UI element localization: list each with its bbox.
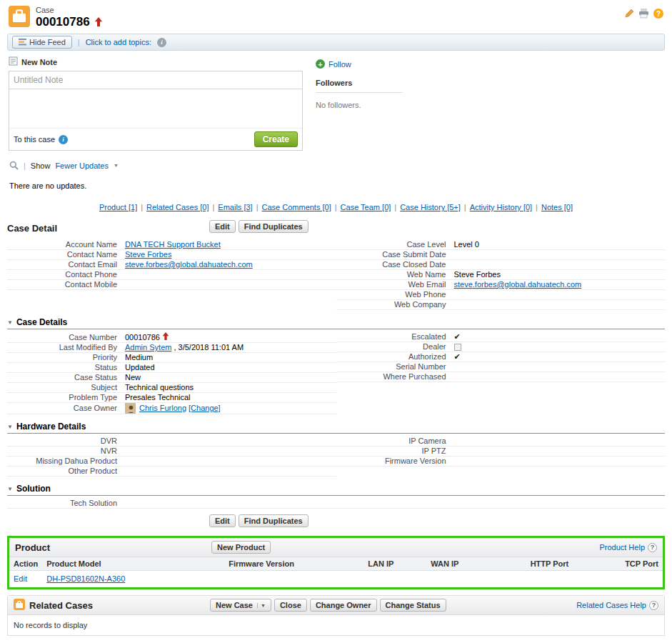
column-header: TCP Port <box>573 557 663 571</box>
related-list-link[interactable]: Activity History [0] <box>470 203 532 211</box>
case-details-fields: Case Number00010786Last Modified ByAdmin… <box>7 332 665 414</box>
product-model-link[interactable]: DH-PSD81602N-A360 <box>46 574 125 583</box>
field-label: Account Name <box>7 240 125 249</box>
help-icon[interactable]: ? <box>649 601 658 610</box>
field-label: Case Closed Date <box>336 260 454 269</box>
search-icon[interactable] <box>9 161 19 170</box>
fields-right-column: IP CameraIP PTZFirmware Version <box>336 437 666 477</box>
field-label: Firmware Version <box>336 457 454 466</box>
related-list-shortcuts: Product [1]|Related Cases [0]|Emails [3]… <box>7 203 665 211</box>
feed-filter-link[interactable]: Fewer Updates <box>55 161 109 170</box>
page-help-icon[interactable]: ? <box>653 9 663 19</box>
section-hardware-details[interactable]: ▼ Hardware Details <box>7 422 665 434</box>
field-row: Case LevelLevel 0 <box>336 240 666 250</box>
change-status-button[interactable]: Change Status <box>380 599 446 612</box>
field-row: Web Company <box>336 300 666 310</box>
field-row: Escalated✔ <box>336 332 666 342</box>
value-link[interactable]: Steve Forbes <box>125 250 171 259</box>
separator: | <box>256 203 259 211</box>
field-value <box>454 344 666 351</box>
find-duplicates-button[interactable]: Find Duplicates <box>239 220 309 233</box>
field-row: Other Product <box>7 467 336 477</box>
value-text: Updated <box>125 363 155 372</box>
follow-button[interactable]: + Follow <box>316 59 351 69</box>
value-link[interactable]: [Change] <box>189 404 221 413</box>
value-link[interactable]: steve.forbes@global.dahuatech.com <box>454 280 582 289</box>
field-label: Web Phone <box>336 290 454 299</box>
help-icon[interactable]: ? <box>648 543 657 552</box>
feed-icon <box>19 38 26 47</box>
value-link[interactable]: DNA TECH Support Bucket <box>125 240 221 249</box>
close-button[interactable]: Close <box>274 599 307 612</box>
row-edit-link[interactable]: Edit <box>14 574 27 583</box>
create-note-button[interactable]: Create <box>254 131 298 147</box>
value-link[interactable]: Chris Furlong <box>139 404 186 413</box>
fields-full-column: Tech Solution <box>7 499 665 509</box>
section-case-details[interactable]: ▼ Case Details <box>7 317 665 329</box>
product-title: Product <box>15 542 50 553</box>
related-list-link[interactable]: Notes [0] <box>541 203 573 211</box>
field-row: SubjectTechnical questions <box>7 383 336 393</box>
related-list-link[interactable]: Case Comments [0] <box>262 203 331 211</box>
new-product-button[interactable]: New Product <box>211 541 271 554</box>
field-value: New <box>125 373 336 382</box>
related-list-link[interactable]: Emails [3] <box>218 203 252 211</box>
change-owner-button[interactable]: Change Owner <box>310 599 377 612</box>
field-row: StatusUpdated <box>7 363 336 373</box>
field-label: Contact Name <box>7 250 125 259</box>
printable-view-icon[interactable] <box>638 9 649 19</box>
value-text: Steve Forbes <box>454 270 501 279</box>
new-case-button[interactable]: New Case▼ <box>210 599 271 612</box>
note-body-input[interactable] <box>9 89 302 128</box>
field-row: Case Closed Date <box>336 260 666 270</box>
separator: | <box>213 203 215 211</box>
related-list-link[interactable]: Related Cases [0] <box>146 203 209 211</box>
field-row: Authorized✔ <box>336 352 666 362</box>
solution-fields: Tech Solution <box>7 499 665 509</box>
related-cases-buttons: New Case▼CloseChange OwnerChange Status <box>210 599 446 612</box>
related-list-link[interactable]: Case History [5+] <box>400 203 461 211</box>
field-row: Dealer <box>336 342 666 352</box>
product-help-link[interactable]: Product Help <box>599 543 645 552</box>
field-label: Subject <box>7 383 125 392</box>
separator: | <box>335 203 337 211</box>
note-title-input[interactable] <box>9 71 302 89</box>
field-label: Contact Phone <box>7 270 125 279</box>
field-label: IP PTZ <box>336 447 454 456</box>
related-cases-icon <box>14 599 25 612</box>
separator: | <box>24 161 26 170</box>
add-topics-link[interactable]: Click to add topics: <box>86 38 151 46</box>
column-header: WAN IP <box>426 557 494 571</box>
edit-button[interactable]: Edit <box>209 514 236 527</box>
value-link[interactable]: steve.forbes@global.dahuatech.com <box>125 260 253 269</box>
section-solution[interactable]: ▼ Solution <box>7 484 665 496</box>
customize-page-icon[interactable] <box>624 9 634 19</box>
value-text: Presales Technical <box>125 393 191 402</box>
new-note-tab[interactable]: New Note <box>9 56 303 67</box>
related-list-link[interactable]: Case Team [0] <box>341 203 391 211</box>
chevron-down-icon[interactable]: ▼ <box>114 163 119 168</box>
value-text: New <box>125 373 141 382</box>
fields-left-column: Account NameDNA TECH Support BucketConta… <box>7 240 336 310</box>
value-link[interactable]: Admin Sytem <box>125 343 171 352</box>
find-duplicates-button[interactable]: Find Duplicates <box>239 514 309 527</box>
button-label: Close <box>280 601 301 609</box>
column-header: LAN IP <box>363 557 426 571</box>
field-label: Case Level <box>336 240 454 249</box>
field-value: Medium <box>125 353 336 362</box>
hide-feed-button[interactable]: Hide Feed <box>12 36 72 49</box>
collapse-icon: ▼ <box>7 319 13 326</box>
field-row: Tech Solution <box>7 499 665 509</box>
related-cases-title-row: Related Cases <box>14 599 93 612</box>
field-label: Contact Mobile <box>7 280 125 289</box>
edit-button[interactable]: Edit <box>209 220 236 233</box>
related-cases-help-link[interactable]: Related Cases Help <box>576 601 646 609</box>
fields-left-column: Case Number00010786Last Modified ByAdmin… <box>7 332 336 414</box>
related-list-link[interactable]: Product [1] <box>99 203 137 211</box>
topics-info-icon[interactable]: i <box>157 38 166 47</box>
field-value: Presales Technical <box>125 393 336 402</box>
column-header: HTTP Port <box>494 557 573 571</box>
field-label: Web Company <box>336 300 454 309</box>
separator: | <box>536 203 538 211</box>
share-info-icon[interactable]: i <box>59 135 68 144</box>
